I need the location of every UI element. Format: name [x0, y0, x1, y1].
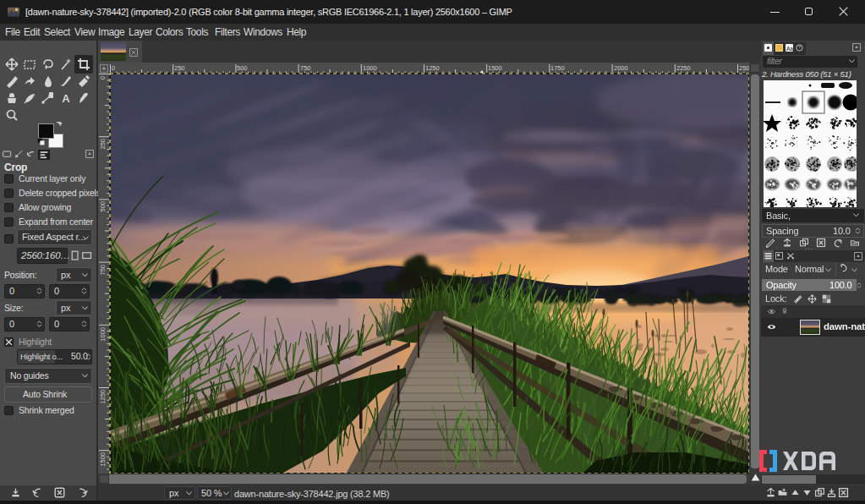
- svg-text:0: 0: [112, 64, 115, 72]
- svg-text:1750: 1750: [550, 64, 565, 72]
- svg-text:250: 250: [99, 139, 107, 150]
- svg-text:250: 250: [174, 64, 185, 72]
- svg-text:1250: 1250: [99, 390, 107, 404]
- svg-text:2000: 2000: [614, 64, 628, 72]
- svg-text:500: 500: [99, 201, 107, 212]
- svg-text:2500: 2500: [739, 64, 749, 72]
- svg-text:750: 750: [300, 64, 311, 72]
- svg-text:2250: 2250: [676, 64, 691, 72]
- svg-text:1000: 1000: [363, 64, 377, 72]
- svg-text:0: 0: [99, 76, 107, 79]
- svg-text:A: A: [62, 92, 70, 105]
- svg-text:1000: 1000: [99, 327, 107, 342]
- svg-text:500: 500: [237, 64, 248, 72]
- svg-text:1250: 1250: [425, 64, 440, 72]
- svg-text:1500: 1500: [488, 64, 502, 72]
- svg-text:1500: 1500: [99, 452, 107, 467]
- svg-text:750: 750: [99, 265, 107, 276]
- svg-text:?: ?: [798, 45, 801, 50]
